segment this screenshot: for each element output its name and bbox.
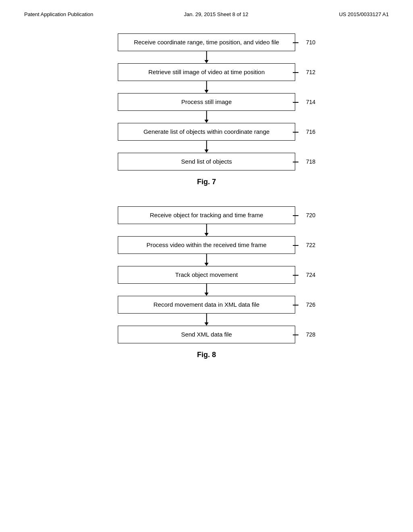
arrow-724-726 [118, 284, 295, 296]
fig8-flowchart: Receive object for tracking and time fra… [102, 206, 311, 343]
box-720: Receive object for tracking and time fra… [118, 206, 295, 224]
step-722: Process video within the received time f… [118, 236, 295, 254]
step-728: Send XML data file 728 [118, 326, 295, 343]
box-722: Process video within the received time f… [118, 236, 295, 254]
step-710-label: 710 [306, 39, 315, 46]
box-728: Send XML data file [118, 326, 295, 343]
arrow-710-712 [118, 51, 295, 63]
step-720: Receive object for tracking and time fra… [118, 206, 295, 224]
step-718-label: 718 [306, 158, 315, 165]
fig7-caption: Fig. 7 [197, 178, 216, 186]
arrow-720-722 [118, 224, 295, 236]
step-722-line [293, 245, 298, 246]
step-714-label: 714 [306, 99, 315, 105]
step-714-line [293, 102, 298, 103]
step-716-label: 716 [306, 129, 315, 135]
step-718-line [293, 162, 298, 162]
header-center: Jan. 29, 2015 Sheet 8 of 12 [184, 11, 248, 17]
step-710-line [293, 42, 298, 43]
step-722-label: 722 [306, 242, 315, 248]
step-712-line [293, 72, 298, 73]
header-left: Patent Application Publication [24, 11, 93, 17]
step-724-label: 724 [306, 272, 315, 278]
step-712-label: 712 [306, 69, 315, 75]
box-718: Send list of objects [118, 153, 295, 170]
arrow-716-718 [118, 141, 295, 153]
step-716: Generate list of objects within coordina… [118, 123, 295, 141]
step-712: Retrieve still image of video at time po… [118, 63, 295, 81]
box-712: Retrieve still image of video at time po… [118, 63, 295, 81]
box-724: Track object movement [118, 266, 295, 284]
header-right: US 2015/0033127 A1 [339, 11, 389, 17]
fig8-section: Receive object for tracking and time fra… [24, 206, 389, 371]
box-716: Generate list of objects within coordina… [118, 123, 295, 141]
step-726-line [293, 305, 298, 305]
arrow-714-716 [118, 111, 295, 123]
step-718: Send list of objects 718 [118, 153, 295, 170]
step-728-label: 728 [306, 331, 315, 338]
step-726-label: 726 [306, 301, 315, 308]
arrow-726-728 [118, 314, 295, 326]
step-724: Track object movement 724 [118, 266, 295, 284]
fig7-flowchart: Receive coordinate range, time position,… [102, 33, 311, 170]
box-726: Record movement data in XML data file [118, 296, 295, 314]
step-728-line [293, 335, 298, 335]
fig8-caption: Fig. 8 [197, 351, 216, 359]
step-720-line [293, 215, 298, 216]
arrow-722-724 [118, 254, 295, 266]
fig7-section: Receive coordinate range, time position,… [24, 33, 389, 198]
step-716-line [293, 132, 298, 133]
step-720-label: 720 [306, 212, 315, 218]
step-726: Record movement data in XML data file 72… [118, 296, 295, 314]
box-710: Receive coordinate range, time position,… [118, 33, 295, 51]
step-710: Receive coordinate range, time position,… [118, 33, 295, 51]
page-header: Patent Application Publication Jan. 29, … [0, 0, 413, 17]
main-content: Receive coordinate range, time position,… [0, 17, 413, 379]
step-714: Process still image 714 [118, 93, 295, 111]
step-724-line [293, 275, 298, 276]
box-714: Process still image [118, 93, 295, 111]
arrow-712-714 [118, 81, 295, 93]
